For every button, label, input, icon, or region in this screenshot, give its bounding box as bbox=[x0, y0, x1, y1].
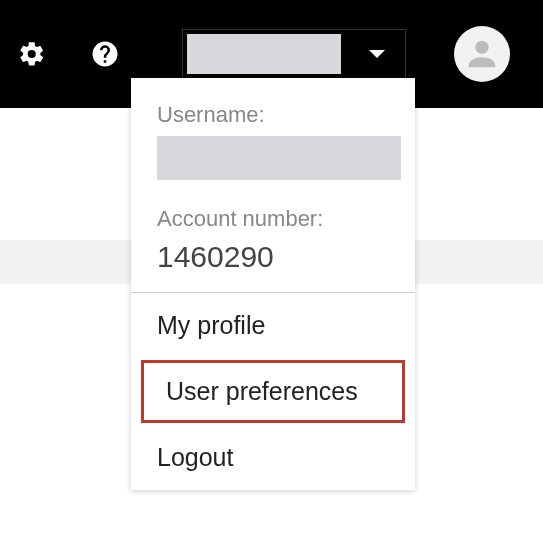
menu-item-label: Logout bbox=[157, 443, 233, 471]
account-number-value: 1460290 bbox=[157, 240, 389, 274]
menu-item-label: My profile bbox=[157, 311, 265, 339]
menu-item-user-preferences[interactable]: User preferences bbox=[141, 360, 405, 423]
gear-icon[interactable] bbox=[18, 40, 46, 68]
menu-item-logout[interactable]: Logout bbox=[131, 425, 415, 490]
user-display-name bbox=[187, 34, 341, 74]
svg-point-0 bbox=[475, 41, 488, 54]
username-label: Username: bbox=[157, 102, 389, 128]
chevron-down-icon bbox=[369, 50, 385, 58]
dropdown-info-section: Username: Account number: 1460290 bbox=[131, 78, 415, 292]
help-icon[interactable] bbox=[90, 39, 120, 69]
menu-item-my-profile[interactable]: My profile bbox=[131, 293, 415, 358]
user-dropdown-menu: Username: Account number: 1460290 My pro… bbox=[131, 78, 415, 490]
account-number-label: Account number: bbox=[157, 206, 389, 232]
menu-item-label: User preferences bbox=[166, 377, 358, 405]
username-value bbox=[157, 136, 401, 180]
user-dropdown-trigger[interactable] bbox=[182, 29, 406, 79]
avatar[interactable] bbox=[454, 26, 510, 82]
